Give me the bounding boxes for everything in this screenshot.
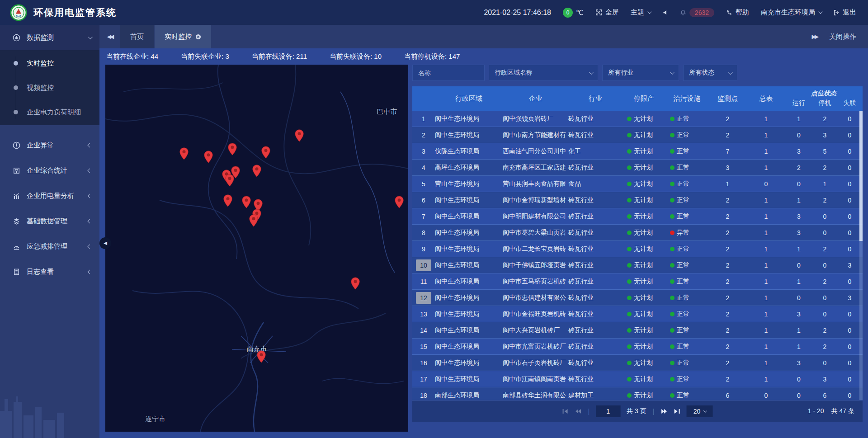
logout-button[interactable]: 退出 — [833, 8, 856, 17]
column-header[interactable]: 监测点 — [708, 94, 747, 103]
close-operations-button[interactable]: 关闭操作 — [829, 33, 856, 41]
map-pin-icon[interactable] — [294, 129, 304, 144]
notifications[interactable]: 2632 — [680, 8, 714, 17]
industry-filter-value: 所有行业 — [608, 69, 633, 77]
row-number: 14 — [412, 327, 435, 334]
chevron-left-icon — [88, 219, 92, 223]
cell-stop-plan: 无计划 — [623, 196, 665, 204]
map-pin-icon[interactable] — [225, 174, 234, 188]
page-number-input[interactable]: 1 — [596, 405, 620, 417]
page-size-select[interactable]: 20 — [686, 405, 712, 417]
column-header[interactable]: 行政区域 — [435, 94, 503, 103]
column-header[interactable]: 行业 — [568, 94, 623, 103]
logout-label: 退出 — [843, 8, 856, 17]
map-pin-icon[interactable] — [241, 196, 251, 210]
cell-company: 阆中强锐页岩砖厂 — [503, 115, 568, 123]
cell-region: 阆中生态环境局 — [435, 196, 503, 204]
tab-首页[interactable]: 首页 — [120, 25, 154, 48]
table-row[interactable]: 2阆中生态环境局阆中市南方节能建材有砖瓦行业无计划正常21030 — [412, 127, 863, 143]
first-page-button[interactable] — [562, 409, 569, 414]
column-header[interactable]: 运行 — [785, 99, 812, 107]
region-filter-select[interactable]: 行政区域名称 — [489, 65, 598, 81]
name-filter-field[interactable] — [412, 65, 485, 81]
status-dot-icon — [627, 393, 632, 398]
map-panel[interactable]: ◀ 巴中市南充市遂宁市 — [105, 65, 408, 432]
table-row[interactable]: 5营山生态环境局营山县润丰肉食品有限食品无计划正常10010 — [412, 176, 863, 192]
table-row[interactable]: 6阆中生态环境局阆中市金博瑞新型墙材砖瓦行业无计划正常21120 — [412, 192, 863, 208]
last-page-button[interactable] — [674, 409, 680, 414]
org-dropdown[interactable]: 南充市生态环境局 — [761, 8, 821, 17]
next-page-button[interactable] — [660, 409, 667, 414]
cell-down: 1 — [812, 180, 837, 188]
help-label: 帮助 — [736, 8, 749, 17]
sidebar-subitem[interactable]: 视频监控 — [0, 75, 99, 100]
industry-filter-select[interactable]: 所有行业 — [602, 65, 679, 81]
close-icon[interactable] — [195, 34, 201, 40]
map-pin-icon[interactable] — [394, 196, 404, 210]
prev-page-button[interactable] — [575, 409, 582, 414]
tab-实时监控[interactable]: 实时监控 — [155, 25, 211, 48]
table-row[interactable]: 13阆中生态环境局阆中市金福旺页岩机砖砖瓦行业无计划正常21300 — [412, 306, 863, 322]
cell-stop-plan: 无计划 — [623, 326, 665, 334]
cell-industry: 砖瓦行业 — [568, 375, 623, 383]
help-button[interactable]: 帮助 — [726, 8, 749, 17]
map-pin-icon[interactable] — [228, 143, 237, 157]
map-pin-icon[interactable] — [350, 277, 360, 292]
column-header[interactable]: 总表 — [747, 94, 785, 103]
table-row[interactable]: 17阆中生态环境局阆中市江南镇阆南页岩砖瓦行业无计划正常21030 — [412, 371, 863, 387]
tabs-scroll-right-button[interactable]: ▶▶ — [812, 33, 817, 40]
map-pin-icon[interactable] — [179, 147, 189, 162]
sidebar-subitem[interactable]: 企业电力负荷明细 — [0, 100, 99, 124]
table-row[interactable]: 7阆中生态环境局阆中明阳建材有限公司砖瓦行业无计划正常21300 — [412, 208, 863, 225]
cell-meters: 1 — [747, 359, 785, 367]
sidebar-item[interactable]: 企业综合统计 — [0, 158, 99, 183]
status-item: 当前失联设备: 10 — [330, 52, 382, 61]
table-row[interactable]: 3仪陇生态环境局西南油气田分公司川中化工无计划正常71350 — [412, 143, 863, 160]
mute-button[interactable] — [662, 9, 668, 15]
sidebar-item[interactable]: 日志查看 — [0, 259, 99, 284]
table-row[interactable]: 10阆中生态环境局阆中千佛镇五郎垭页岩砖瓦行业无计划正常21003 — [412, 257, 863, 273]
table-row[interactable]: 18南部生态环境局南部县砖华土润有限公建材加工无计划正常60060 — [412, 387, 863, 400]
column-header[interactable]: 停机 — [812, 99, 837, 107]
map-pin-icon[interactable] — [203, 151, 213, 165]
table-row[interactable]: 1阆中生态环境局阆中强锐页岩砖厂砖瓦行业无计划正常21120 — [412, 111, 863, 127]
name-filter-input[interactable] — [418, 69, 479, 76]
cell-run: 0 — [785, 294, 812, 301]
cell-run: 1 — [785, 343, 812, 350]
sidebar-item[interactable]: 基础数据管理 — [0, 208, 99, 234]
map-pin-icon[interactable] — [261, 146, 271, 160]
cell-run: 3 — [785, 229, 812, 236]
table-row[interactable]: 11阆中生态环境局阆中市五马桥页岩机砖砖瓦行业无计划正常21120 — [412, 273, 863, 290]
column-header[interactable]: 停限产 — [623, 94, 665, 103]
table-scrollbar[interactable] — [859, 111, 863, 400]
table-row[interactable]: 15阆中生态环境局阆中市光富页岩机砖厂砖瓦行业无计划正常21120 — [412, 339, 863, 355]
map-pin-icon[interactable] — [257, 350, 266, 365]
table-row[interactable]: 4高坪生态环境局南充市高坪区王家店建砖瓦行业无计划正常31220 — [412, 160, 863, 176]
sidebar-item[interactable]: 应急减排管理 — [0, 234, 99, 259]
temperature-badge: 0 — [563, 8, 573, 18]
table-row[interactable]: 14阆中生态环境局阆中大兴页岩机砖厂砖瓦行业无计划正常21120 — [412, 322, 863, 339]
sidebar-item[interactable]: 企业用电量分析 — [0, 183, 99, 208]
cell-industry: 砖瓦行业 — [568, 131, 623, 139]
map-pin-icon[interactable] — [223, 194, 233, 209]
column-header[interactable]: 治污设施 — [665, 94, 708, 103]
state-filter-select[interactable]: 所有状态 — [683, 65, 737, 81]
map-collapse-handle[interactable]: ◀ — [99, 237, 111, 249]
theme-dropdown[interactable]: 主题 — [631, 8, 651, 17]
table-row[interactable]: 12阆中生态环境局阆中市忠信建材有限公砖瓦行业无计划正常21003 — [412, 290, 863, 306]
cell-run: 0 — [785, 262, 812, 269]
table-row[interactable]: 8阆中生态环境局阆中市枣碧大梁山页岩砖瓦行业无计划异常21300 — [412, 225, 863, 241]
table-row[interactable]: 9阆中生态环境局阆中市二龙长宝页岩砖砖瓦行业无计划正常21120 — [412, 241, 863, 257]
sidebar-subitem[interactable]: 实时监控 — [0, 51, 99, 75]
sidebar-item[interactable]: 企业异常 — [0, 132, 99, 158]
fullscreen-button[interactable]: 全屏 — [595, 8, 619, 17]
column-header[interactable]: 企业 — [503, 94, 568, 103]
cell-lost: 0 — [837, 343, 862, 350]
column-header[interactable]: 失联 — [837, 99, 862, 107]
table-row[interactable]: 16阆中生态环境局阆中市石子页岩机砖厂砖瓦行业无计划正常21300 — [412, 355, 863, 371]
map-pin-icon[interactable] — [249, 214, 259, 229]
map-pin-icon[interactable] — [252, 165, 262, 179]
tabs-scroll-left-button[interactable]: ◀◀ — [99, 25, 120, 48]
sidebar-item[interactable]: 数据监测 — [0, 25, 99, 50]
cell-stop-plan: 无计划 — [623, 131, 665, 139]
